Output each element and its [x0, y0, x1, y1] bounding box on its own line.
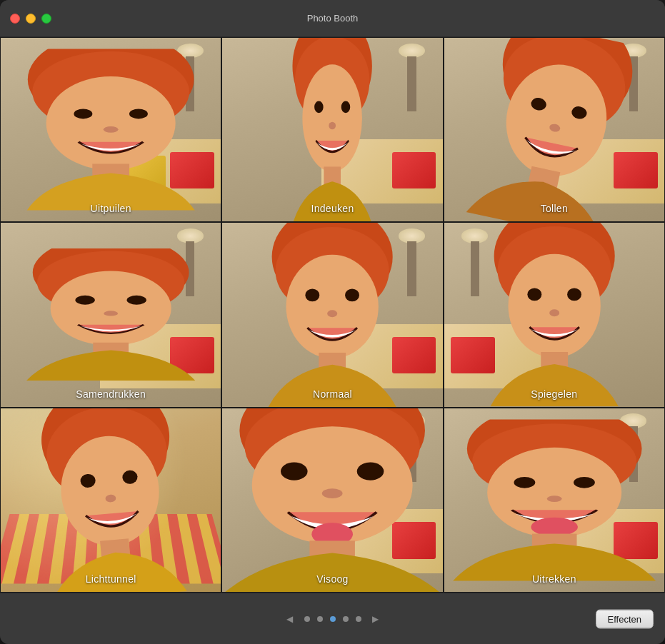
- toolbar: ◀ ▶ Effecten: [0, 593, 665, 644]
- prev-page-button[interactable]: ◀: [283, 612, 297, 626]
- photo-booth-window: Photo Booth: [0, 0, 665, 644]
- svg-point-2: [46, 76, 176, 170]
- cell-label-samendrukken: Samendrukken: [1, 388, 221, 400]
- cell-label-spiegelen: Spiegelen: [444, 388, 664, 400]
- minimize-button[interactable]: [26, 14, 36, 24]
- cell-label-uitrekken: Uitrekken: [444, 573, 664, 585]
- close-button[interactable]: [10, 14, 20, 24]
- svg-point-31: [306, 288, 320, 301]
- page-dot-2[interactable]: [317, 616, 323, 622]
- svg-point-4: [129, 109, 148, 119]
- svg-point-33: [328, 310, 338, 317]
- titlebar: Photo Booth: [0, 0, 665, 37]
- effecten-button[interactable]: Effecten: [596, 609, 654, 628]
- effect-cell-indeuken[interactable]: Indeuken: [221, 37, 443, 222]
- page-dot-1[interactable]: [304, 616, 310, 622]
- effect-cell-tollen[interactable]: Tollen: [444, 37, 665, 222]
- svg-point-30: [286, 254, 379, 358]
- effect-cell-samendrukken[interactable]: Samendrukken: [0, 222, 221, 407]
- cell-label-tollen: Tollen: [444, 203, 664, 214]
- cell-label-visoog: Visoog: [222, 573, 442, 585]
- svg-point-23: [51, 271, 171, 346]
- cell-label-normaal: Normaal: [222, 388, 442, 400]
- cell-label-indeuken: Indeuken: [222, 203, 442, 214]
- effect-cell-spiegelen[interactable]: Spiegelen: [444, 222, 665, 407]
- maximize-button[interactable]: [41, 14, 51, 24]
- svg-point-5: [104, 126, 119, 133]
- svg-point-3: [74, 109, 92, 119]
- photo-grid: Uitpuilen: [0, 37, 665, 593]
- svg-point-9: [303, 65, 363, 172]
- cell-label-uitpuilen: Uitpuilen: [1, 203, 221, 214]
- page-dot-4[interactable]: [343, 616, 349, 622]
- effect-cell-normaal[interactable]: Normaal: [221, 222, 443, 407]
- effect-cell-uitpuilen[interactable]: Uitpuilen: [0, 37, 221, 222]
- effect-cell-lichttunnel[interactable]: Lichttunnel: [0, 408, 221, 593]
- effect-cell-visoog[interactable]: Visoog: [221, 408, 443, 593]
- svg-point-32: [345, 288, 359, 301]
- svg-point-37: [508, 254, 600, 358]
- page-dot-5[interactable]: [356, 616, 361, 622]
- pagination: ◀ ▶: [283, 612, 383, 626]
- next-page-button[interactable]: ▶: [369, 612, 383, 626]
- traffic-lights: [10, 14, 51, 24]
- window-title: Photo Booth: [307, 13, 359, 24]
- cell-label-lichttunnel: Lichttunnel: [1, 573, 221, 585]
- effect-cell-uitrekken[interactable]: Uitrekken: [444, 408, 665, 593]
- page-dot-3[interactable]: [330, 616, 336, 622]
